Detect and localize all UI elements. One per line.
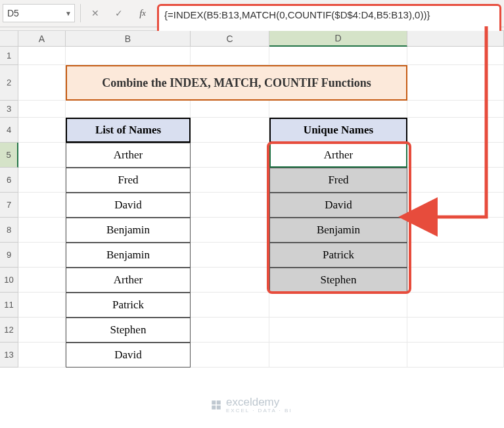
accept-formula-icon[interactable]: ✓: [110, 4, 128, 22]
watermark-brand: exceldemy: [226, 396, 292, 409]
cell[interactable]: [191, 218, 269, 243]
cell[interactable]: [269, 47, 407, 65]
cell[interactable]: [407, 118, 504, 143]
row-header[interactable]: 6: [0, 168, 18, 193]
divider: [80, 4, 81, 22]
cell[interactable]: [18, 243, 66, 268]
cell[interactable]: [191, 293, 269, 318]
list-item[interactable]: David: [66, 193, 191, 218]
cell[interactable]: [18, 101, 66, 118]
cell[interactable]: [18, 118, 66, 143]
cell[interactable]: [191, 343, 269, 368]
cell[interactable]: [191, 268, 269, 293]
cell[interactable]: [18, 318, 66, 343]
column-headers: A B C D: [0, 31, 504, 47]
formula-toolbar: ▼ ✕ ✓ fx {=INDEX(B5:B13,MATCH(0,COUNTIF(…: [0, 0, 504, 28]
cell[interactable]: [191, 118, 269, 143]
cell[interactable]: [269, 293, 407, 318]
spreadsheet-grid: A B C D 1 2 Combine the INDEX, MATCH, CO…: [0, 31, 504, 368]
watermark-tagline: EXCEL · DATA · BI: [226, 408, 292, 414]
row-header[interactable]: 9: [0, 243, 18, 268]
header-unique-names[interactable]: Unique Names: [269, 118, 407, 143]
col-header-A[interactable]: A: [18, 31, 66, 47]
cell[interactable]: [191, 143, 269, 168]
row-header[interactable]: 7: [0, 193, 18, 218]
cell[interactable]: [18, 343, 66, 368]
cell[interactable]: [407, 268, 504, 293]
unique-item[interactable]: Benjamin: [269, 218, 407, 243]
cell[interactable]: [407, 293, 504, 318]
cell[interactable]: [407, 65, 504, 101]
unique-item[interactable]: Fred: [269, 168, 407, 193]
row-header[interactable]: 13: [0, 343, 18, 368]
row-header[interactable]: 5: [0, 143, 18, 168]
cancel-formula-icon[interactable]: ✕: [86, 4, 104, 22]
cell[interactable]: [18, 218, 66, 243]
cell[interactable]: [18, 65, 66, 101]
list-item[interactable]: Fred: [66, 168, 191, 193]
list-item[interactable]: Arther: [66, 268, 191, 293]
cell[interactable]: [18, 143, 66, 168]
watermark: exceldemy EXCEL · DATA · BI: [210, 396, 292, 414]
cell[interactable]: [407, 318, 504, 343]
name-box[interactable]: [3, 8, 62, 18]
cell[interactable]: [269, 343, 407, 368]
cell[interactable]: [407, 168, 504, 193]
cell[interactable]: [66, 101, 191, 118]
row-header[interactable]: 12: [0, 318, 18, 343]
cell[interactable]: [191, 193, 269, 218]
row-header[interactable]: 3: [0, 101, 18, 118]
cell[interactable]: [66, 47, 191, 65]
row-header[interactable]: 10: [0, 268, 18, 293]
header-list-names[interactable]: List of Names: [66, 118, 191, 143]
cell[interactable]: [18, 193, 66, 218]
name-box-wrap[interactable]: ▼: [3, 4, 75, 22]
unique-item-active[interactable]: Arther: [269, 143, 407, 168]
unique-item[interactable]: David: [269, 193, 407, 218]
cell[interactable]: [269, 101, 407, 118]
cell[interactable]: [191, 47, 269, 65]
cell[interactable]: [18, 168, 66, 193]
select-all-corner[interactable]: [0, 31, 18, 47]
cell[interactable]: [191, 318, 269, 343]
list-item[interactable]: Arther: [66, 143, 191, 168]
cell[interactable]: [407, 143, 504, 168]
cell[interactable]: [18, 47, 66, 65]
unique-item[interactable]: Stephen: [269, 268, 407, 293]
col-header-C[interactable]: C: [191, 31, 269, 47]
cell[interactable]: [269, 318, 407, 343]
namebox-dropdown-icon[interactable]: ▼: [62, 10, 74, 17]
cell[interactable]: [407, 243, 504, 268]
unique-item[interactable]: Patrick: [269, 243, 407, 268]
cell[interactable]: [407, 218, 504, 243]
cell[interactable]: [18, 293, 66, 318]
title-cell[interactable]: Combine the INDEX, MATCH, COUNTIF Functi…: [66, 65, 407, 101]
cell[interactable]: [407, 343, 504, 368]
cell[interactable]: [191, 101, 269, 118]
cell[interactable]: [407, 101, 504, 118]
row-header[interactable]: 11: [0, 293, 18, 318]
col-header-D[interactable]: D: [269, 31, 407, 47]
row-header[interactable]: 2: [0, 65, 18, 101]
cell[interactable]: [407, 193, 504, 218]
list-item[interactable]: Benjamin: [66, 243, 191, 268]
col-header-B[interactable]: B: [66, 31, 191, 47]
cell[interactable]: [407, 47, 504, 65]
fx-icon[interactable]: fx: [133, 4, 152, 22]
list-item[interactable]: David: [66, 343, 191, 368]
row-header[interactable]: 4: [0, 118, 18, 143]
list-item[interactable]: Stephen: [66, 318, 191, 343]
list-item[interactable]: Benjamin: [66, 218, 191, 243]
col-header-rest[interactable]: [407, 31, 504, 47]
watermark-logo-icon: [210, 399, 222, 411]
row-header[interactable]: 8: [0, 218, 18, 243]
row-header[interactable]: 1: [0, 47, 18, 65]
list-item[interactable]: Patrick: [66, 293, 191, 318]
cell[interactable]: [191, 168, 269, 193]
cell[interactable]: [191, 243, 269, 268]
cell[interactable]: [18, 268, 66, 293]
